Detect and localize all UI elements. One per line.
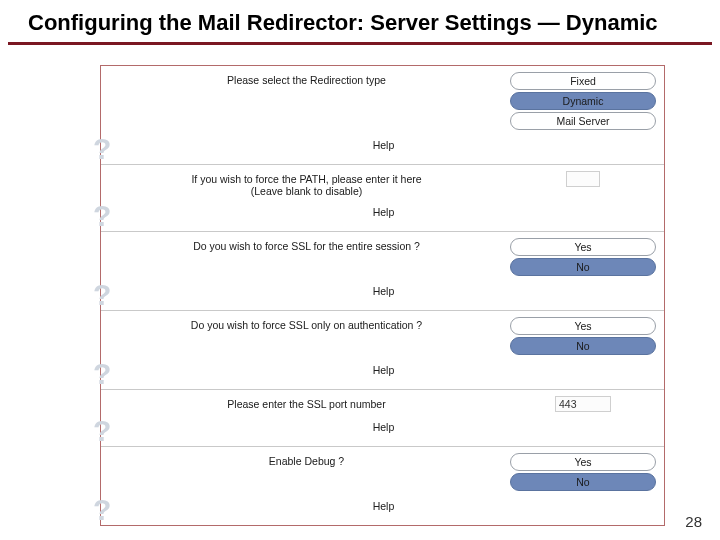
option-ssl-session-no[interactable]: No: [510, 258, 656, 276]
slide-title: Configuring the Mail Redirector: Server …: [28, 10, 692, 36]
help-icon: ?: [93, 278, 127, 312]
help-icon: ?: [93, 493, 127, 527]
ssl-port-input[interactable]: [555, 396, 611, 412]
section-ssl-port: Please enter the SSL port number ? Help: [101, 390, 664, 447]
question-enable-debug: Enable Debug ?: [111, 453, 502, 467]
page-number: 28: [685, 513, 702, 530]
section-ssl-auth: Do you wish to force SSL only on authent…: [101, 311, 664, 390]
question-force-path-line1: If you wish to force the PATH, please en…: [191, 173, 421, 185]
help-icon: ?: [93, 132, 127, 166]
option-debug-yes[interactable]: Yes: [510, 453, 656, 471]
section-redirection-type: Please select the Redirection type Fixed…: [101, 66, 664, 165]
help-label[interactable]: Help: [373, 285, 395, 297]
title-underline: [8, 42, 712, 45]
help-icon: ?: [93, 414, 127, 448]
options-ssl-auth: Yes No: [510, 317, 656, 355]
help-row: ? Help: [111, 357, 656, 383]
section-ssl-session: Do you wish to force SSL for the entire …: [101, 232, 664, 311]
option-mail-server[interactable]: Mail Server: [510, 112, 656, 130]
help-label[interactable]: Help: [373, 139, 395, 151]
question-force-path: If you wish to force the PATH, please en…: [111, 171, 502, 197]
question-redirection-type: Please select the Redirection type: [111, 72, 502, 86]
question-ssl-auth: Do you wish to force SSL only on authent…: [111, 317, 502, 331]
options-redirection-type: Fixed Dynamic Mail Server: [510, 72, 656, 130]
option-debug-no[interactable]: No: [510, 473, 656, 491]
settings-panel: Please select the Redirection type Fixed…: [100, 65, 665, 526]
option-ssl-auth-yes[interactable]: Yes: [510, 317, 656, 335]
help-row: ? Help: [111, 414, 656, 440]
section-force-path: If you wish to force the PATH, please en…: [101, 165, 664, 232]
option-ssl-auth-no[interactable]: No: [510, 337, 656, 355]
options-ssl-session: Yes No: [510, 238, 656, 276]
help-label[interactable]: Help: [373, 500, 395, 512]
help-row: ? Help: [111, 199, 656, 225]
option-fixed[interactable]: Fixed: [510, 72, 656, 90]
option-dynamic[interactable]: Dynamic: [510, 92, 656, 110]
slide-header: Configuring the Mail Redirector: Server …: [0, 0, 720, 40]
options-enable-debug: Yes No: [510, 453, 656, 491]
option-ssl-session-yes[interactable]: Yes: [510, 238, 656, 256]
help-icon: ?: [93, 357, 127, 391]
help-row: ? Help: [111, 493, 656, 519]
help-label[interactable]: Help: [373, 206, 395, 218]
help-label[interactable]: Help: [373, 364, 395, 376]
section-enable-debug: Enable Debug ? Yes No ? Help: [101, 447, 664, 525]
question-ssl-port: Please enter the SSL port number: [111, 396, 502, 410]
question-ssl-session: Do you wish to force SSL for the entire …: [111, 238, 502, 252]
help-row: ? Help: [111, 278, 656, 304]
path-input[interactable]: [566, 171, 600, 187]
help-row: ? Help: [111, 132, 656, 158]
help-label[interactable]: Help: [373, 421, 395, 433]
question-force-path-hint: (Leave blank to disable): [251, 185, 363, 197]
help-icon: ?: [93, 199, 127, 233]
